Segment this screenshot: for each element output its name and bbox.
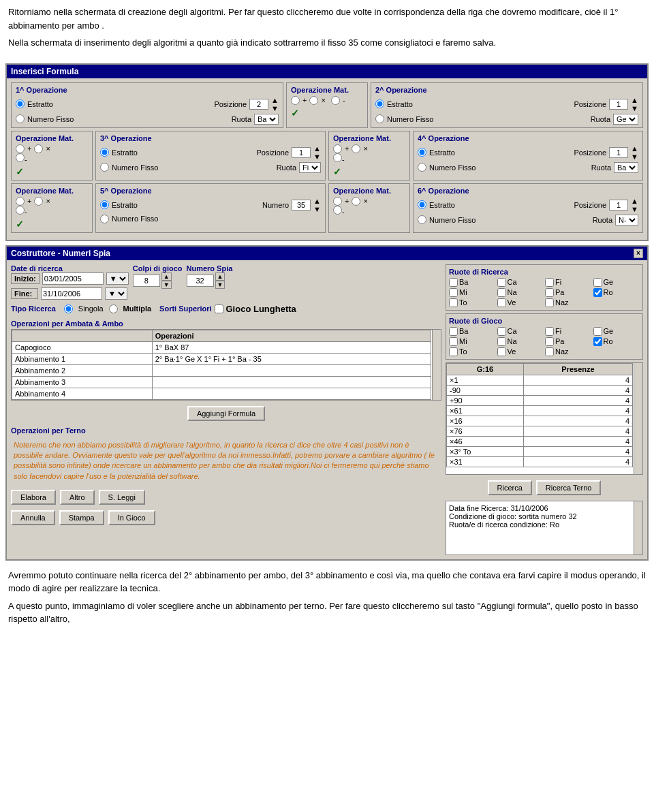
op6-spinner[interactable]: ▲▼ — [631, 197, 638, 213]
opmat2-minus-radio[interactable] — [16, 153, 25, 162]
opmat5-mult-radio[interactable] — [352, 197, 360, 206]
ricerca-terno-button[interactable]: Ricerca Terno — [536, 480, 602, 495]
cb-r-Ge[interactable] — [593, 278, 602, 287]
cb-r-To[interactable] — [449, 298, 458, 307]
altro-button[interactable]: Altro — [60, 490, 95, 505]
op3-ruota-select[interactable]: Fi — [299, 162, 321, 173]
op6-estratto-radio[interactable] — [418, 200, 426, 209]
cb-g-Ro[interactable] — [593, 337, 602, 346]
op2-estratto-radio[interactable] — [375, 99, 384, 108]
op6-position-input[interactable] — [609, 200, 628, 210]
cb-r-Ro[interactable] — [593, 288, 602, 297]
op4-ruota-select[interactable]: Ba — [614, 162, 638, 173]
inizio-input[interactable] — [42, 272, 104, 285]
cb-g-Fi[interactable] — [545, 327, 554, 336]
op5-estratto-radio[interactable] — [100, 200, 109, 209]
opmat5-minus-radio[interactable] — [333, 206, 342, 215]
s-leggi-button[interactable]: S. Leggi — [99, 490, 145, 505]
cb-r-Ca[interactable] — [497, 278, 506, 287]
op1-fisso-radio[interactable] — [16, 114, 25, 123]
op6-estratto-row[interactable]: Estratto Posizione ▲▼ — [418, 197, 638, 213]
cb-r-Ve[interactable] — [497, 298, 506, 307]
fine-input[interactable] — [41, 287, 102, 300]
op2-fisso-radio[interactable] — [375, 114, 384, 123]
op3-spinner[interactable]: ▲▼ — [313, 144, 321, 161]
opmat1-mult-radio[interactable] — [309, 96, 318, 105]
cb-g-Na[interactable] — [497, 337, 506, 346]
op4-estratto-radio[interactable] — [418, 148, 426, 157]
op1-position-input[interactable] — [249, 99, 268, 110]
close-button[interactable]: × — [634, 249, 643, 258]
op3-position-input[interactable] — [292, 147, 311, 158]
annulla-button[interactable]: Annulla — [11, 510, 55, 525]
cb-g-Mi[interactable] — [449, 337, 458, 346]
op6-fisso-row[interactable]: Numero Fisso Ruota N- — [418, 215, 638, 225]
opmat4-mult-radio[interactable] — [34, 197, 43, 206]
gioco-lunghetta-check[interactable] — [215, 304, 223, 313]
opmat1-plus-radio[interactable] — [291, 96, 300, 105]
colpi-spinner[interactable]: ▲▼ — [161, 272, 172, 289]
op2-spinner[interactable]: ▲▼ — [631, 96, 638, 112]
inizio-select[interactable]: ▼ — [106, 272, 129, 285]
op5-numero-input[interactable] — [292, 200, 311, 210]
op5-fisso-radio[interactable] — [100, 215, 109, 223]
op1-spinner[interactable]: ▲▼ — [271, 96, 279, 112]
aggiungi-formula-button[interactable]: Aggiungi Formula — [187, 406, 265, 421]
op4-fisso-row[interactable]: Numero Fisso Ruota Ba — [418, 162, 638, 173]
op1-ruota-select[interactable]: Ba — [254, 114, 279, 125]
op1-estratto-row[interactable]: Estratto Posizione ▲▼ — [16, 96, 279, 112]
op2-fisso-row[interactable]: Numero Fisso Ruota Ge — [375, 114, 638, 125]
op2-ruota-select[interactable]: Ge — [613, 114, 638, 125]
op4-fisso-radio[interactable] — [418, 163, 426, 172]
costruttore-title-bar: Costruttore - Numeri Spia × — [7, 247, 647, 260]
singola-radio[interactable] — [64, 304, 73, 313]
cb-r-Mi[interactable] — [449, 288, 458, 297]
cb-g-To[interactable] — [449, 347, 458, 356]
opmat2-plus-radio[interactable] — [16, 144, 25, 153]
stampa-button[interactable]: Stampa — [59, 510, 104, 525]
op3-estratto-radio[interactable] — [100, 148, 109, 157]
cb-g-Naz[interactable] — [545, 347, 554, 356]
cb-g-Ge[interactable] — [593, 327, 602, 336]
multipla-radio[interactable] — [109, 304, 118, 313]
op5-fisso-row[interactable]: Numero Fisso — [100, 215, 321, 223]
op1-estratto-radio[interactable] — [16, 99, 25, 108]
op4-estratto-row[interactable]: Estratto Posizione ▲▼ — [418, 144, 638, 161]
cb-g-Pa[interactable] — [545, 337, 554, 346]
op6-ruota-select[interactable]: N- — [615, 215, 638, 225]
cb-r-Fi[interactable] — [545, 278, 554, 287]
op6-fisso-radio[interactable] — [418, 215, 426, 224]
cb-r-Na[interactable] — [497, 288, 506, 297]
opmat4-plus-radio[interactable] — [16, 197, 25, 206]
opmat3-mult-radio[interactable] — [352, 144, 360, 153]
cb-r-Pa[interactable] — [545, 288, 554, 297]
numero-spia-input[interactable] — [187, 275, 214, 287]
colpi-input[interactable] — [133, 275, 160, 287]
opmat3-minus-radio[interactable] — [333, 153, 342, 162]
op5-spinner[interactable]: ▲▼ — [313, 197, 321, 213]
opmat2-mult-radio[interactable] — [34, 144, 43, 153]
op3-fisso-row[interactable]: Numero Fisso Ruota Fi — [100, 162, 321, 173]
op1-fisso-row[interactable]: Numero Fisso Ruota Ba — [16, 114, 279, 125]
op4-spinner[interactable]: ▲▼ — [631, 144, 638, 161]
op4-position-input[interactable] — [609, 147, 628, 158]
cb-r-Ba[interactable] — [449, 278, 458, 287]
opmat1-minus-radio[interactable] — [331, 96, 340, 105]
opmat5-plus-radio[interactable] — [333, 197, 342, 206]
op3-estratto-row[interactable]: Estratto Posizione ▲▼ — [100, 144, 321, 161]
opmat3-plus-radio[interactable] — [333, 144, 342, 153]
cb-g-Ba[interactable] — [449, 327, 458, 336]
cb-g-Ve[interactable] — [497, 347, 506, 356]
op2-position-input[interactable] — [609, 99, 628, 110]
ricerca-button[interactable]: Ricerca — [488, 480, 532, 495]
op5-estratto-row[interactable]: Estratto Numero ▲▼ — [100, 197, 321, 213]
cb-r-Naz[interactable] — [545, 298, 554, 307]
elabora-button[interactable]: Elabora — [11, 490, 56, 505]
opmat4-minus-radio[interactable] — [16, 206, 25, 215]
numero-spia-spinner[interactable]: ▲▼ — [215, 272, 225, 289]
op2-estratto-row[interactable]: Estratto Posizione ▲▼ — [375, 96, 638, 112]
fine-select[interactable]: ▼ — [105, 287, 127, 300]
op3-fisso-radio[interactable] — [100, 163, 109, 172]
in-gioco-button[interactable]: In Gioco — [108, 510, 155, 525]
cb-g-Ca[interactable] — [497, 327, 506, 336]
